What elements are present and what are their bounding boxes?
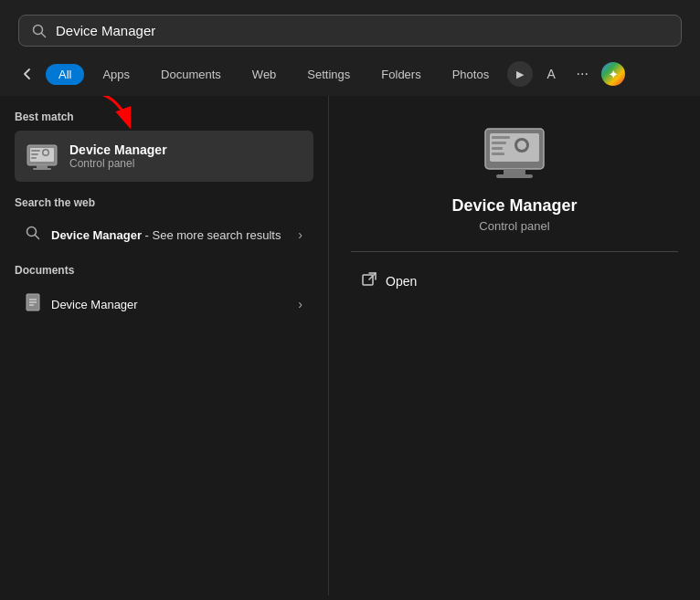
more-icon: ··· <box>577 66 589 82</box>
svg-rect-27 <box>492 142 506 144</box>
tab-apps[interactable]: Apps <box>90 64 143 85</box>
tab-folders[interactable]: Folders <box>368 64 433 85</box>
svg-rect-26 <box>492 136 510 139</box>
search-web-text: Device Manager - See more search results <box>51 228 281 242</box>
play-icon: ▶ <box>516 68 524 80</box>
svg-rect-8 <box>33 168 51 170</box>
back-button[interactable] <box>15 61 40 87</box>
tab-web[interactable]: Web <box>239 64 290 85</box>
search-web-item[interactable]: Device Manager - See more search results… <box>15 216 313 253</box>
svg-text:✦: ✦ <box>609 68 618 81</box>
device-manager-icon <box>26 140 58 173</box>
documents-item[interactable]: Device Manager › <box>15 284 313 324</box>
svg-rect-22 <box>504 169 525 174</box>
tab-documents[interactable]: Documents <box>148 64 234 85</box>
documents-item-title: Device Manager <box>51 298 138 311</box>
search-web-label: Search the web <box>15 196 313 209</box>
best-match-item[interactable]: Device Manager Control panel <box>15 131 313 182</box>
open-button[interactable]: Open <box>351 265 678 298</box>
search-web-icon <box>26 226 40 244</box>
svg-rect-7 <box>37 165 48 168</box>
search-input[interactable] <box>56 23 668 38</box>
copilot-svg: ✦ <box>600 61 626 87</box>
search-bar-container <box>0 0 700 56</box>
search-web-bold: Device Manager <box>51 228 142 242</box>
open-label: Open <box>386 274 417 289</box>
search-bar <box>18 15 682 47</box>
tab-all[interactable]: All <box>46 64 84 85</box>
document-icon <box>26 293 40 315</box>
best-match-text: Device Manager Control panel <box>69 142 167 170</box>
tabs-row: All Apps Documents Web Settings Folders … <box>0 56 700 96</box>
svg-rect-23 <box>496 174 533 178</box>
search-web-normal: - See more search results <box>142 228 281 242</box>
app-icon-large <box>482 118 547 184</box>
divider <box>351 251 678 252</box>
svg-line-15 <box>36 236 39 239</box>
more-button[interactable]: ··· <box>569 61 595 87</box>
app-subtitle: Control panel <box>479 219 549 233</box>
best-match-label: Best match <box>15 111 313 123</box>
device-manager-large-icon <box>482 118 547 184</box>
svg-rect-11 <box>31 150 40 152</box>
svg-line-1 <box>42 33 46 37</box>
search-web-left: Device Manager - See more search results <box>26 226 281 244</box>
search-web-chevron: › <box>298 227 302 242</box>
font-button[interactable]: A <box>538 61 564 87</box>
open-icon <box>362 272 377 290</box>
tab-settings[interactable]: Settings <box>294 64 363 85</box>
copilot-icon[interactable]: ✦ <box>600 61 626 87</box>
svg-rect-12 <box>31 153 38 155</box>
svg-rect-28 <box>492 147 503 150</box>
play-button[interactable]: ▶ <box>507 61 533 87</box>
svg-rect-29 <box>492 153 504 155</box>
svg-point-10 <box>44 151 48 155</box>
tab-photos[interactable]: Photos <box>440 64 502 85</box>
left-panel: Best match <box>0 96 329 595</box>
right-panel: Device Manager Control panel Open <box>329 96 700 595</box>
documents-left: Device Manager <box>26 293 138 315</box>
main-content: Best match <box>0 96 700 595</box>
app-title: Device Manager <box>451 196 577 216</box>
svg-rect-13 <box>31 157 37 159</box>
svg-point-25 <box>517 141 526 150</box>
best-match-subtitle: Control panel <box>69 157 167 170</box>
best-match-title: Device Manager <box>69 142 167 157</box>
search-icon <box>32 24 47 38</box>
font-icon: A <box>547 67 556 81</box>
documents-label: Documents <box>15 264 313 277</box>
documents-chevron: › <box>298 297 302 311</box>
